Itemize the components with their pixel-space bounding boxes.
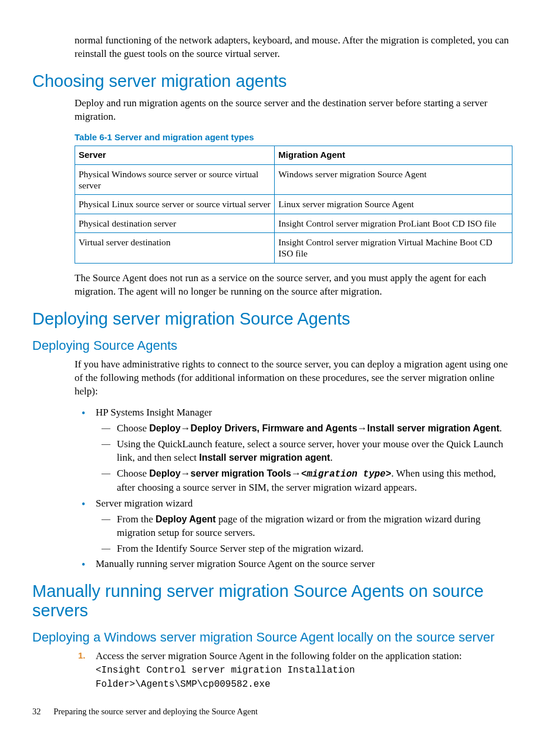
list-item: Choose Deploy→server migration Tools→<mi…: [96, 467, 514, 495]
td-agent: Linux server migration Source Agent: [275, 195, 512, 214]
list-item: From the Deploy Agent page of the migrat…: [96, 513, 514, 540]
td-agent: Insight Control server migration Virtual…: [275, 233, 512, 264]
subheading-deploying-source-agents: Deploying Source Agents: [32, 338, 514, 353]
list-item: Choose Deploy→Deploy Drivers, Firmware a…: [96, 422, 514, 436]
steps-list: Access the server migration Source Agent…: [75, 650, 514, 691]
list-item-label: Manually running server migration Source…: [96, 558, 375, 569]
table-row: Virtual server destination Insight Contr…: [75, 233, 512, 264]
subheading-deploying-windows-local: Deploying a Windows server migration Sou…: [32, 630, 514, 645]
methods-list: HP Systems Insight Manager Choose Deploy…: [75, 406, 514, 571]
list-item-label: Server migration wizard: [96, 498, 193, 509]
table-row: Physical Windows source server or source…: [75, 164, 512, 195]
page-number: 32: [32, 707, 41, 716]
agent-types-table: Server Migration Agent Physical Windows …: [75, 146, 512, 264]
step-text: Access the server migration Source Agent…: [96, 650, 462, 661]
td-server: Physical Linux source server or source v…: [75, 195, 275, 214]
list-item: From the Identify Source Server step of …: [96, 542, 514, 556]
sublist: From the Deploy Agent page of the migrat…: [96, 513, 514, 556]
td-server: Virtual server destination: [75, 233, 275, 264]
th-agent: Migration Agent: [275, 146, 512, 164]
table-row: Physical destination server Insight Cont…: [75, 214, 512, 232]
heading-deploying-source-agents: Deploying server migration Source Agents: [32, 309, 514, 329]
td-server: Physical destination server: [75, 214, 275, 232]
list-item: Server migration wizard From the Deploy …: [75, 497, 514, 556]
th-server: Server: [75, 146, 275, 164]
list-item: Manually running server migration Source…: [75, 558, 514, 571]
intro-continued: normal functioning of the network adapte…: [75, 34, 514, 61]
td-agent: Windows server migration Source Agent: [275, 164, 512, 195]
page: normal functioning of the network adapte…: [0, 0, 560, 746]
heading-manually-running: Manually running server migration Source…: [32, 582, 514, 620]
step-item: Access the server migration Source Agent…: [75, 650, 514, 691]
para-deploying-source-agents: If you have administrative rights to con…: [75, 358, 514, 399]
td-agent: Insight Control server migration ProLian…: [275, 214, 512, 232]
step-code: <Insight Control server migration Instal…: [96, 665, 355, 690]
footer-chapter: Preparing the source server and deployin…: [53, 707, 258, 716]
td-server: Physical Windows source server or source…: [75, 164, 275, 195]
list-item: HP Systems Insight Manager Choose Deploy…: [75, 406, 514, 494]
list-item-label: HP Systems Insight Manager: [96, 407, 212, 418]
table-row: Physical Linux source server or source v…: [75, 195, 512, 214]
list-item: Using the QuickLaunch feature, select a …: [96, 438, 514, 465]
page-footer: 32 Preparing the source server and deplo…: [32, 707, 258, 717]
para-choosing-agents: Deploy and run migration agents on the s…: [75, 97, 514, 124]
heading-choosing-agents: Choosing server migration agents: [32, 72, 514, 91]
sublist: Choose Deploy→Deploy Drivers, Firmware a…: [96, 422, 514, 494]
para-after-table: The Source Agent does not run as a servi…: [75, 272, 514, 299]
table-header-row: Server Migration Agent: [75, 146, 512, 164]
table-caption: Table 6-1 Server and migration agent typ…: [75, 132, 514, 142]
